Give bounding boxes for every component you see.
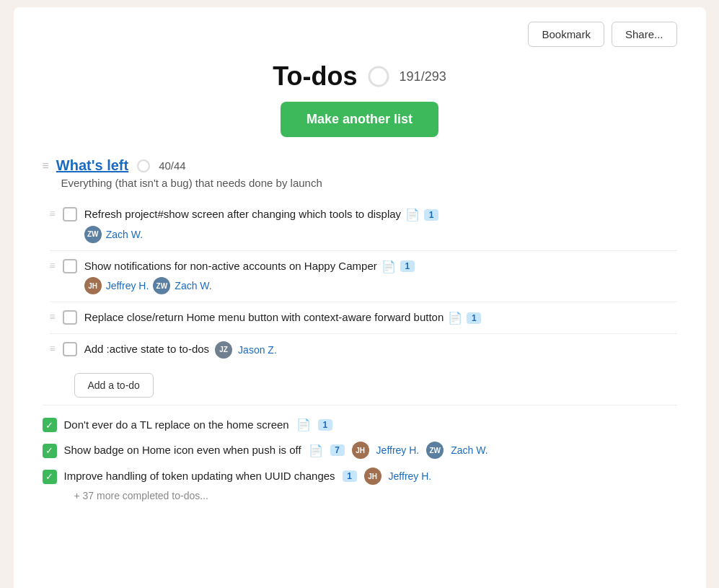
note-icon-1[interactable]: 📄 — [405, 208, 420, 221]
completed-section: ✓ Don't ever do a TL replace on the home… — [43, 405, 677, 490]
assignee-zach-2: Zach W. — [175, 280, 211, 291]
completed-text-2: Show badge on Home icon even when push i… — [64, 442, 301, 459]
todo-content-4: Add :active state to to-dos JZ Jason Z. — [84, 341, 677, 359]
note-icon-3[interactable]: 📄 — [448, 311, 462, 325]
make-another-list-button[interactable]: Make another list — [281, 102, 438, 137]
drag-handle-1[interactable]: ≡ — [50, 208, 56, 219]
todo-checkbox-2[interactable] — [63, 259, 77, 273]
todo-content-2: Show notifications for non-active accoun… — [84, 258, 677, 295]
more-completed-link[interactable]: + 37 more completed to-dos... — [74, 490, 208, 501]
top-buttons: Bookmark Share... — [43, 22, 677, 47]
todo-meta-1: ZW Zach W. — [84, 226, 677, 243]
drag-handle-3[interactable]: ≡ — [50, 311, 56, 322]
table-row: ≡ Show notifications for non-active acco… — [50, 250, 677, 302]
page-title: To-dos — [273, 61, 357, 92]
section-header: ≡ What's left 40/44 — [43, 157, 677, 174]
table-row: ≡ Add :active state to to-dos JZ Jason Z… — [50, 333, 677, 366]
title-row: To-dos 191/293 — [43, 61, 677, 92]
drag-handle-2[interactable]: ≡ — [50, 260, 56, 271]
todo-text-1: Refresh project#show screen after changi… — [84, 206, 401, 223]
avatar-jeffrey-c2: JH — [352, 442, 369, 459]
title-area: To-dos 191/293 Make another list — [43, 61, 677, 137]
avatar-zach-1: ZW — [84, 226, 102, 243]
completed-text-3: Improve handling of token updating when … — [64, 468, 335, 485]
todo-content-1: Refresh project#show screen after changi… — [84, 206, 677, 243]
todo-content-3: Replace close/return Home menu button wi… — [84, 310, 677, 326]
share-button[interactable]: Share... — [612, 22, 677, 47]
list-item: ✓ Don't ever do a TL replace on the home… — [43, 413, 677, 438]
assignee-zach-c2: Zach W. — [451, 444, 488, 456]
note-icon-2[interactable]: 📄 — [381, 260, 396, 273]
section-drag-handle[interactable]: ≡ — [43, 159, 49, 172]
todo-actions-2: 📄 1 — [381, 260, 415, 273]
avatar-jeffrey-2: JH — [84, 277, 102, 294]
list-item: ✓ Show badge on Home icon even when push… — [43, 437, 677, 463]
todo-actions-1: 📄 1 — [405, 208, 438, 221]
completed-checkbox-3[interactable]: ✓ — [43, 470, 57, 484]
main-progress-circle — [366, 64, 391, 89]
add-todo-button[interactable]: Add a to-do — [74, 373, 154, 398]
comment-badge-2[interactable]: 1 — [400, 260, 415, 272]
completed-checkbox-1[interactable]: ✓ — [43, 418, 57, 432]
todo-checkbox-1[interactable] — [63, 207, 77, 221]
list-item: ✓ Improve handling of token updating whe… — [43, 463, 677, 489]
comment-badge-1[interactable]: 1 — [424, 209, 438, 221]
svg-point-0 — [369, 67, 388, 86]
completed-badge-3: 1 — [343, 470, 357, 482]
avatar-jeffrey-c3: JH — [364, 468, 381, 485]
assignee-jeffrey-c2: Jeffrey H. — [376, 444, 420, 456]
page-container: Bookmark Share... To-dos 191/293 Make an… — [14, 7, 706, 588]
completed-note-1[interactable]: 📄 — [296, 418, 311, 431]
assignee-zach-1: Zach W. — [106, 229, 143, 240]
todo-checkbox-4[interactable] — [63, 342, 77, 356]
todo-text-3: Replace close/return Home menu button wi… — [84, 310, 444, 326]
drag-handle-4[interactable]: ≡ — [50, 343, 56, 354]
section-description: Everything (that isn't a bug) that needs… — [61, 177, 677, 189]
main-progress-count: 191/293 — [400, 69, 446, 84]
avatar-jason-4: JZ — [215, 341, 232, 359]
assignee-jason-4: Jason Z. — [238, 344, 277, 356]
avatar-zach-c2: ZW — [426, 442, 444, 459]
table-row: ≡ Refresh project#show screen after chan… — [50, 199, 677, 250]
todo-text-4: Add :active state to to-dos — [84, 341, 209, 358]
completed-checkbox-2[interactable]: ✓ — [43, 444, 57, 458]
todo-section: ≡ What's left 40/44 Everything (that isn… — [43, 157, 677, 502]
section-title-link[interactable]: What's left — [56, 157, 128, 174]
bookmark-button[interactable]: Bookmark — [528, 22, 604, 47]
todo-checkbox-3[interactable] — [63, 310, 77, 325]
todo-meta-2: JH Jeffrey H. ZW Zach W. — [84, 277, 677, 294]
todo-actions-3: 📄 1 — [448, 311, 481, 325]
table-row: ≡ Replace close/return Home menu button … — [50, 302, 677, 333]
assignee-jeffrey-c3: Jeffrey H. — [389, 470, 432, 482]
completed-text-1: Don't ever do a TL replace on the home s… — [64, 417, 289, 434]
section-progress-circle — [136, 158, 151, 174]
svg-point-2 — [138, 160, 149, 172]
todo-text-2: Show notifications for non-active accoun… — [84, 258, 377, 275]
section-progress-count: 40/44 — [159, 159, 186, 172]
avatar-zach-2: ZW — [153, 277, 170, 294]
todo-list: ≡ Refresh project#show screen after chan… — [50, 199, 677, 366]
completed-note-2[interactable]: 📄 — [309, 444, 323, 457]
assignee-jeffrey-2: Jeffrey H. — [106, 280, 149, 291]
completed-badge-2: 7 — [330, 444, 345, 456]
comment-badge-3[interactable]: 1 — [467, 312, 481, 324]
completed-badge-1: 1 — [318, 419, 332, 431]
